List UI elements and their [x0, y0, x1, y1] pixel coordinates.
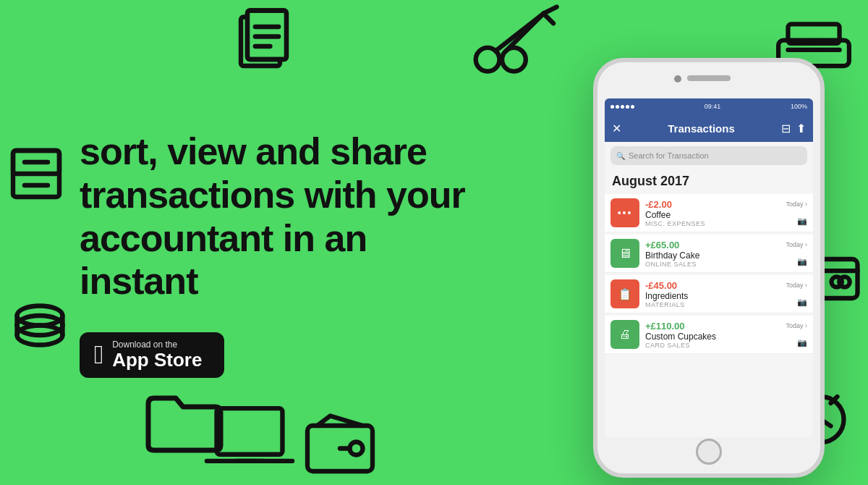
- icon-monitor: 🖥: [618, 246, 631, 261]
- transaction-right-2: Today › 📷: [786, 241, 807, 266]
- icon-printer: 🖨: [619, 328, 631, 341]
- transaction-name-1: Coffee: [645, 210, 786, 220]
- transaction-date-3: Today ›: [786, 282, 807, 289]
- transaction-name-3: Ingredients: [645, 291, 786, 301]
- transactions-list: ••• -£2.00 Coffee MISC. EXPENSES Today ›…: [605, 194, 813, 354]
- left-content: sort, view and share transactions with y…: [80, 130, 477, 378]
- dot-3: [621, 105, 624, 109]
- transaction-category-2: ONLINE SALES: [645, 261, 786, 268]
- dot-5: [631, 105, 634, 109]
- transaction-date-4: Today ›: [786, 322, 807, 329]
- transaction-info-3: -£45.00 Ingredients MATERIALS: [645, 280, 786, 308]
- icon-dots: •••: [618, 207, 633, 219]
- transaction-amount-4: +£110.00: [645, 321, 786, 332]
- phone-camera: [674, 75, 681, 83]
- app-store-text: Download on the App Store: [112, 340, 202, 371]
- home-button[interactable]: [696, 439, 722, 465]
- transaction-icon-2: 🖥: [610, 239, 639, 268]
- transaction-item-3[interactable]: 📋 -£45.00 Ingredients MATERIALS Today › …: [605, 275, 813, 313]
- transaction-right-1: Today › 📷: [786, 201, 807, 226]
- svg-rect-36: [217, 408, 283, 455]
- transaction-category-4: CARD SALES: [645, 342, 786, 349]
- transaction-category-1: MISC. EXPENSES: [645, 220, 786, 227]
- filter-icon[interactable]: ⊟: [781, 122, 791, 135]
- transaction-info-4: +£110.00 Custom Cupcakes CARD SALES: [645, 321, 786, 349]
- deco-scissors: [470, 4, 564, 76]
- search-bar[interactable]: 🔍 Search for Transaction: [610, 146, 807, 165]
- deco-laptop: [203, 402, 297, 474]
- status-bar: 09:41 100%: [605, 98, 813, 114]
- deco-coins: [7, 290, 72, 355]
- headline: sort, view and share transactions with y…: [80, 130, 477, 303]
- phone-speaker: [687, 75, 731, 81]
- transaction-name-4: Custom Cupcakes: [645, 332, 786, 342]
- svg-line-22: [543, 14, 553, 24]
- status-dots: [610, 105, 634, 109]
- transaction-category-3: MATERIALS: [645, 301, 786, 308]
- svg-point-35: [832, 277, 842, 287]
- transaction-icon-1: •••: [610, 198, 639, 227]
- nav-title: Transactions: [668, 122, 735, 135]
- deco-wallet: [304, 413, 376, 478]
- transaction-amount-2: +£65.00: [645, 240, 786, 250]
- phone-screen: 09:41 100% ✕ Transactions ⊟ ⬆ 🔍 Search f…: [605, 98, 813, 437]
- transaction-item[interactable]: ••• -£2.00 Coffee MISC. EXPENSES Today ›…: [605, 194, 813, 232]
- search-icon: 🔍: [616, 152, 625, 160]
- phone-mockup: 09:41 100% ✕ Transactions ⊟ ⬆ 🔍 Search f…: [593, 58, 825, 478]
- search-placeholder: Search for Transaction: [629, 151, 709, 160]
- transaction-right-3: Today › 📷: [786, 282, 807, 307]
- camera-icon-1: 📷: [797, 216, 807, 226]
- deco-filing-cabinet: [7, 145, 65, 203]
- deco-documents: [224, 7, 297, 72]
- transaction-item-2[interactable]: 🖥 +£65.00 Birthday Cake ONLINE SALES Tod…: [605, 235, 813, 273]
- dot-2: [616, 105, 619, 109]
- dot-1: [610, 105, 614, 109]
- app-store-bottom-text: App Store: [112, 350, 202, 371]
- nav-right-icons: ⊟ ⬆: [781, 122, 806, 135]
- nav-bar: ✕ Transactions ⊟ ⬆: [605, 114, 813, 142]
- transaction-amount-1: -£2.00: [645, 199, 786, 210]
- background: sort, view and share transactions with y…: [0, 0, 868, 485]
- transaction-info-1: -£2.00 Coffee MISC. EXPENSES: [645, 199, 786, 227]
- transaction-item-4[interactable]: 🖨 +£110.00 Custom Cupcakes CARD SALES To…: [605, 316, 813, 354]
- transaction-icon-3: 📋: [610, 279, 639, 308]
- transaction-date-2: Today ›: [786, 241, 807, 248]
- icon-ingredients: 📋: [618, 287, 632, 301]
- phone-outer: 09:41 100% ✕ Transactions ⊟ ⬆ 🔍 Search f…: [593, 58, 825, 478]
- camera-icon-2: 📷: [797, 257, 807, 266]
- status-time: 09:41: [705, 103, 721, 110]
- svg-line-20: [506, 14, 544, 51]
- app-store-button[interactable]:  Download on the App Store: [80, 332, 224, 378]
- transaction-name-2: Birthday Cake: [645, 250, 786, 261]
- app-store-top-text: Download on the: [112, 340, 202, 350]
- transaction-date-1: Today ›: [786, 201, 807, 208]
- camera-icon-3: 📷: [797, 298, 807, 307]
- dot-4: [626, 105, 629, 109]
- transaction-right-4: Today › 📷: [786, 322, 807, 347]
- transaction-amount-3: -£45.00: [645, 280, 786, 291]
- camera-icon-4: 📷: [797, 338, 807, 347]
- status-battery: 100%: [791, 103, 807, 110]
- month-header: August 2017: [605, 169, 813, 192]
- close-icon[interactable]: ✕: [612, 122, 621, 135]
- share-icon[interactable]: ⬆: [796, 122, 806, 135]
- transaction-info-2: +£65.00 Birthday Cake ONLINE SALES: [645, 240, 786, 268]
- apple-logo-icon: : [94, 342, 103, 368]
- transaction-icon-4: 🖨: [610, 320, 639, 349]
